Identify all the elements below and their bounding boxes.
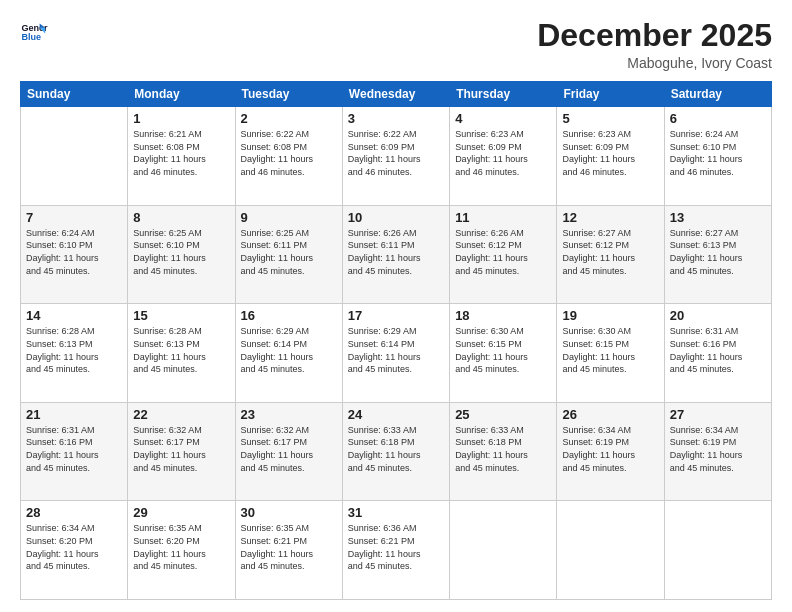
day-info: Sunrise: 6:25 AM Sunset: 6:10 PM Dayligh… xyxy=(133,227,229,277)
day-info: Sunrise: 6:29 AM Sunset: 6:14 PM Dayligh… xyxy=(241,325,337,375)
table-cell: 21Sunrise: 6:31 AM Sunset: 6:16 PM Dayli… xyxy=(21,402,128,501)
location-title: Maboguhe, Ivory Coast xyxy=(537,55,772,71)
day-number: 19 xyxy=(562,308,658,323)
table-cell xyxy=(450,501,557,600)
col-wednesday: Wednesday xyxy=(342,82,449,107)
day-info: Sunrise: 6:23 AM Sunset: 6:09 PM Dayligh… xyxy=(455,128,551,178)
col-tuesday: Tuesday xyxy=(235,82,342,107)
day-number: 30 xyxy=(241,505,337,520)
day-number: 31 xyxy=(348,505,444,520)
table-cell: 30Sunrise: 6:35 AM Sunset: 6:21 PM Dayli… xyxy=(235,501,342,600)
day-info: Sunrise: 6:29 AM Sunset: 6:14 PM Dayligh… xyxy=(348,325,444,375)
table-cell: 24Sunrise: 6:33 AM Sunset: 6:18 PM Dayli… xyxy=(342,402,449,501)
day-info: Sunrise: 6:24 AM Sunset: 6:10 PM Dayligh… xyxy=(670,128,766,178)
day-info: Sunrise: 6:23 AM Sunset: 6:09 PM Dayligh… xyxy=(562,128,658,178)
day-number: 25 xyxy=(455,407,551,422)
table-cell: 6Sunrise: 6:24 AM Sunset: 6:10 PM Daylig… xyxy=(664,107,771,206)
day-number: 3 xyxy=(348,111,444,126)
table-cell: 4Sunrise: 6:23 AM Sunset: 6:09 PM Daylig… xyxy=(450,107,557,206)
table-cell: 25Sunrise: 6:33 AM Sunset: 6:18 PM Dayli… xyxy=(450,402,557,501)
day-number: 14 xyxy=(26,308,122,323)
table-cell: 23Sunrise: 6:32 AM Sunset: 6:17 PM Dayli… xyxy=(235,402,342,501)
day-number: 29 xyxy=(133,505,229,520)
day-info: Sunrise: 6:22 AM Sunset: 6:09 PM Dayligh… xyxy=(348,128,444,178)
table-cell: 26Sunrise: 6:34 AM Sunset: 6:19 PM Dayli… xyxy=(557,402,664,501)
title-block: December 2025 Maboguhe, Ivory Coast xyxy=(537,18,772,71)
day-info: Sunrise: 6:30 AM Sunset: 6:15 PM Dayligh… xyxy=(562,325,658,375)
logo: General Blue xyxy=(20,18,48,46)
table-cell: 20Sunrise: 6:31 AM Sunset: 6:16 PM Dayli… xyxy=(664,304,771,403)
day-info: Sunrise: 6:28 AM Sunset: 6:13 PM Dayligh… xyxy=(133,325,229,375)
col-friday: Friday xyxy=(557,82,664,107)
day-number: 8 xyxy=(133,210,229,225)
table-cell: 13Sunrise: 6:27 AM Sunset: 6:13 PM Dayli… xyxy=(664,205,771,304)
day-info: Sunrise: 6:32 AM Sunset: 6:17 PM Dayligh… xyxy=(241,424,337,474)
table-cell: 14Sunrise: 6:28 AM Sunset: 6:13 PM Dayli… xyxy=(21,304,128,403)
table-cell: 11Sunrise: 6:26 AM Sunset: 6:12 PM Dayli… xyxy=(450,205,557,304)
table-cell: 29Sunrise: 6:35 AM Sunset: 6:20 PM Dayli… xyxy=(128,501,235,600)
month-title: December 2025 xyxy=(537,18,772,53)
day-number: 1 xyxy=(133,111,229,126)
day-number: 21 xyxy=(26,407,122,422)
day-info: Sunrise: 6:25 AM Sunset: 6:11 PM Dayligh… xyxy=(241,227,337,277)
col-thursday: Thursday xyxy=(450,82,557,107)
day-number: 7 xyxy=(26,210,122,225)
day-info: Sunrise: 6:34 AM Sunset: 6:20 PM Dayligh… xyxy=(26,522,122,572)
table-cell: 18Sunrise: 6:30 AM Sunset: 6:15 PM Dayli… xyxy=(450,304,557,403)
table-cell: 7Sunrise: 6:24 AM Sunset: 6:10 PM Daylig… xyxy=(21,205,128,304)
table-cell: 5Sunrise: 6:23 AM Sunset: 6:09 PM Daylig… xyxy=(557,107,664,206)
day-number: 10 xyxy=(348,210,444,225)
day-info: Sunrise: 6:31 AM Sunset: 6:16 PM Dayligh… xyxy=(26,424,122,474)
calendar-week-row: 14Sunrise: 6:28 AM Sunset: 6:13 PM Dayli… xyxy=(21,304,772,403)
day-info: Sunrise: 6:28 AM Sunset: 6:13 PM Dayligh… xyxy=(26,325,122,375)
day-number: 28 xyxy=(26,505,122,520)
day-number: 6 xyxy=(670,111,766,126)
day-number: 27 xyxy=(670,407,766,422)
day-info: Sunrise: 6:26 AM Sunset: 6:12 PM Dayligh… xyxy=(455,227,551,277)
calendar-week-row: 28Sunrise: 6:34 AM Sunset: 6:20 PM Dayli… xyxy=(21,501,772,600)
day-info: Sunrise: 6:27 AM Sunset: 6:12 PM Dayligh… xyxy=(562,227,658,277)
table-cell: 31Sunrise: 6:36 AM Sunset: 6:21 PM Dayli… xyxy=(342,501,449,600)
day-number: 23 xyxy=(241,407,337,422)
day-number: 22 xyxy=(133,407,229,422)
day-info: Sunrise: 6:30 AM Sunset: 6:15 PM Dayligh… xyxy=(455,325,551,375)
day-number: 17 xyxy=(348,308,444,323)
day-info: Sunrise: 6:32 AM Sunset: 6:17 PM Dayligh… xyxy=(133,424,229,474)
day-number: 11 xyxy=(455,210,551,225)
day-number: 9 xyxy=(241,210,337,225)
day-number: 5 xyxy=(562,111,658,126)
calendar-table: Sunday Monday Tuesday Wednesday Thursday… xyxy=(20,81,772,600)
day-info: Sunrise: 6:33 AM Sunset: 6:18 PM Dayligh… xyxy=(348,424,444,474)
day-info: Sunrise: 6:36 AM Sunset: 6:21 PM Dayligh… xyxy=(348,522,444,572)
table-cell: 28Sunrise: 6:34 AM Sunset: 6:20 PM Dayli… xyxy=(21,501,128,600)
calendar-week-row: 21Sunrise: 6:31 AM Sunset: 6:16 PM Dayli… xyxy=(21,402,772,501)
calendar-week-row: 7Sunrise: 6:24 AM Sunset: 6:10 PM Daylig… xyxy=(21,205,772,304)
day-number: 4 xyxy=(455,111,551,126)
logo-icon: General Blue xyxy=(20,18,48,46)
table-cell: 19Sunrise: 6:30 AM Sunset: 6:15 PM Dayli… xyxy=(557,304,664,403)
table-cell: 22Sunrise: 6:32 AM Sunset: 6:17 PM Dayli… xyxy=(128,402,235,501)
day-number: 2 xyxy=(241,111,337,126)
table-cell: 10Sunrise: 6:26 AM Sunset: 6:11 PM Dayli… xyxy=(342,205,449,304)
day-info: Sunrise: 6:34 AM Sunset: 6:19 PM Dayligh… xyxy=(562,424,658,474)
table-cell: 15Sunrise: 6:28 AM Sunset: 6:13 PM Dayli… xyxy=(128,304,235,403)
day-number: 26 xyxy=(562,407,658,422)
day-number: 15 xyxy=(133,308,229,323)
svg-text:Blue: Blue xyxy=(21,32,41,42)
table-cell: 9Sunrise: 6:25 AM Sunset: 6:11 PM Daylig… xyxy=(235,205,342,304)
day-number: 13 xyxy=(670,210,766,225)
day-info: Sunrise: 6:34 AM Sunset: 6:19 PM Dayligh… xyxy=(670,424,766,474)
col-monday: Monday xyxy=(128,82,235,107)
day-number: 18 xyxy=(455,308,551,323)
table-cell: 3Sunrise: 6:22 AM Sunset: 6:09 PM Daylig… xyxy=(342,107,449,206)
day-info: Sunrise: 6:26 AM Sunset: 6:11 PM Dayligh… xyxy=(348,227,444,277)
table-cell: 1Sunrise: 6:21 AM Sunset: 6:08 PM Daylig… xyxy=(128,107,235,206)
col-saturday: Saturday xyxy=(664,82,771,107)
table-cell xyxy=(664,501,771,600)
calendar-week-row: 1Sunrise: 6:21 AM Sunset: 6:08 PM Daylig… xyxy=(21,107,772,206)
day-info: Sunrise: 6:31 AM Sunset: 6:16 PM Dayligh… xyxy=(670,325,766,375)
table-cell: 16Sunrise: 6:29 AM Sunset: 6:14 PM Dayli… xyxy=(235,304,342,403)
table-cell: 12Sunrise: 6:27 AM Sunset: 6:12 PM Dayli… xyxy=(557,205,664,304)
day-info: Sunrise: 6:24 AM Sunset: 6:10 PM Dayligh… xyxy=(26,227,122,277)
col-sunday: Sunday xyxy=(21,82,128,107)
